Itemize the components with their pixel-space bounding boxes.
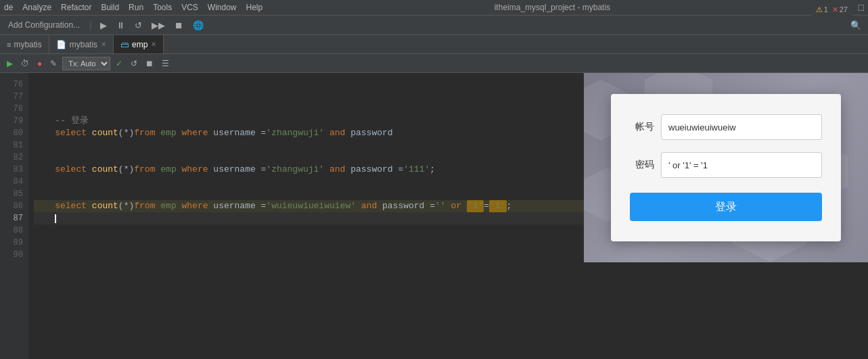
menu-build[interactable]: Build: [101, 3, 119, 12]
keyword-where-86: where: [182, 200, 208, 212]
login-overlay: 帐号 密码 登录: [584, 73, 868, 262]
commit-button[interactable]: ✓: [113, 57, 125, 70]
add-configuration-button[interactable]: Add Configuration...: [4, 19, 84, 31]
menu-vcs[interactable]: VCS: [181, 3, 198, 12]
keyword-where-83: where: [182, 164, 208, 176]
tab-mybatis[interactable]: 📄 mybatis ✕: [49, 35, 114, 53]
line-num-76: 76: [0, 78, 28, 91]
tab-icon-project: ≡: [7, 41, 11, 49]
menu-run[interactable]: Run: [129, 3, 143, 12]
menu-help[interactable]: Help: [246, 3, 263, 12]
run-button[interactable]: ▶: [97, 19, 110, 32]
line-num-82: 82: [0, 151, 28, 164]
execute-button[interactable]: ▶: [4, 57, 16, 70]
line-num-90: 90: [0, 249, 28, 261]
rollback-button[interactable]: ↺: [128, 57, 140, 70]
warning-badge: ⚠ 1: [816, 5, 828, 14]
menu-tools[interactable]: Tools: [153, 3, 172, 12]
str-username-80: 'zhangwuji': [266, 127, 324, 139]
line-num-78: 78: [0, 103, 28, 115]
menu-de[interactable]: de: [4, 3, 13, 12]
line-num-88: 88: [0, 224, 28, 237]
line-num-89: 89: [0, 237, 28, 249]
table-emp-86: emp: [160, 200, 176, 212]
menu-window[interactable]: Window: [208, 3, 237, 12]
menu-analyze[interactable]: Analyze: [22, 3, 51, 12]
window-title: itheima_mysql_project - mybatis: [495, 3, 610, 12]
str-username-86: 'wuieuwiueiwuiew': [266, 200, 356, 212]
keyword-and-80: and: [329, 127, 345, 139]
search-toolbar-button[interactable]: 🔍: [848, 19, 864, 32]
keyword-select-80: select: [55, 127, 87, 139]
project-name: mybatis: [14, 40, 41, 49]
str-username-83: 'zhangwuji': [266, 164, 324, 176]
step-button[interactable]: ▶▶: [149, 19, 168, 32]
tab-mybatis-close[interactable]: ✕: [101, 41, 106, 48]
rerun-button[interactable]: ↺: [132, 19, 145, 32]
status-counts: ⚠ 1 ✕ 27: [812, 0, 852, 19]
keyword-and-86: and: [361, 200, 377, 212]
str-pw-83: '111': [403, 164, 430, 176]
keyword-and-83: and: [329, 164, 345, 176]
main-area: 76 77 78 79 80 81 82 83 84 85 86 87 88 8…: [0, 73, 868, 359]
timer-button[interactable]: ⏱: [18, 57, 32, 70]
hl-one-86: '1': [467, 200, 484, 212]
account-input[interactable]: [661, 114, 822, 140]
password-group: 密码: [630, 152, 822, 178]
toolbar-divider: |: [89, 19, 92, 31]
table-emp-83: emp: [160, 164, 176, 176]
account-label: 帐号: [630, 121, 654, 133]
table-emp-80: emp: [160, 127, 176, 139]
translate-button[interactable]: 🌐: [190, 19, 206, 32]
line-num-79: 79: [0, 115, 28, 127]
password-input[interactable]: [661, 152, 822, 178]
maximize-btn[interactable]: □: [859, 2, 864, 13]
line-num-80: 80: [0, 127, 28, 139]
error-count: 27: [840, 5, 848, 14]
fn-count-83: count: [92, 164, 118, 176]
tx-select[interactable]: Tx: Auto: [62, 57, 110, 70]
keyword-from-80: from: [134, 127, 155, 139]
keyword-select-86: select: [55, 200, 87, 212]
password-label: 密码: [630, 159, 654, 171]
line-num-77: 77: [0, 91, 28, 103]
warning-count: 1: [824, 5, 828, 14]
tab-emp-icon: 🗃: [120, 40, 129, 49]
main-toolbar: Add Configuration... | ▶ ⏸ ↺ ▶▶ ⏹ 🌐 🔍: [0, 15, 868, 35]
line-numbers: 76 77 78 79 80 81 82 83 84 85 86 87 88 8…: [0, 73, 28, 359]
line-num-81: 81: [0, 139, 28, 151]
stop-exec-button[interactable]: ⏹: [143, 57, 156, 70]
menu-refactor[interactable]: Refactor: [61, 3, 91, 12]
line-num-86: 86: [0, 200, 28, 212]
keyword-from-86: from: [134, 200, 155, 212]
error-badge: ✕ 27: [832, 5, 848, 14]
pause-button[interactable]: ⏸: [114, 19, 128, 32]
comment-79: -- 登录: [55, 115, 88, 127]
login-button[interactable]: 登录: [630, 193, 822, 221]
str-pw-86: '': [435, 200, 446, 212]
keyword-where-80: where: [182, 127, 208, 139]
secondary-toolbar: ▶ ⏱ ● ✎ Tx: Auto ✓ ↺ ⏹ ☰ ⚠ 1 ✕ 27: [0, 54, 868, 73]
tab-bar: ≡ mybatis 📄 mybatis ✕ 🗃 emp ✕: [0, 35, 868, 54]
keyword-select-83: select: [55, 164, 87, 176]
fn-count-80: count: [92, 127, 118, 139]
line-num-83: 83: [0, 164, 28, 176]
line-num-87: 87: [0, 212, 28, 224]
login-form: 帐号 密码 登录: [611, 94, 841, 241]
keyword-from-83: from: [134, 164, 155, 176]
line-num-85: 85: [0, 188, 28, 200]
tab-emp-label: emp: [132, 40, 147, 49]
hl-one2-86: '1': [489, 200, 506, 212]
tab-emp[interactable]: 🗃 emp ✕: [114, 35, 164, 53]
keyword-or-86: or: [451, 200, 461, 212]
fn-count-86: count: [92, 200, 118, 212]
error-icon: ✕: [832, 5, 838, 14]
account-group: 帐号: [630, 114, 822, 140]
line-num-84: 84: [0, 176, 28, 188]
stop-button[interactable]: ⏹: [172, 19, 186, 32]
project-tab: ≡ mybatis: [0, 35, 49, 53]
format-button[interactable]: ☰: [159, 57, 172, 70]
tab-emp-close[interactable]: ✕: [151, 41, 156, 48]
edit-button[interactable]: ✎: [47, 57, 60, 70]
record-button[interactable]: ●: [35, 57, 45, 70]
